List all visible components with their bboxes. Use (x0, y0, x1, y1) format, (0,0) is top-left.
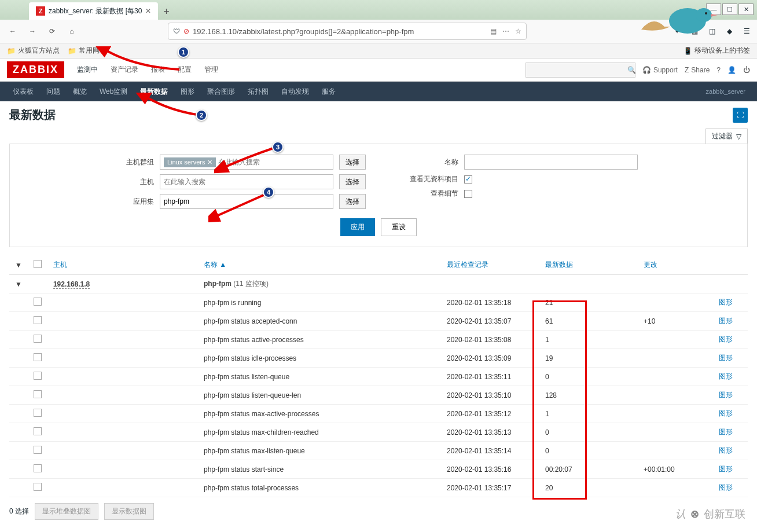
expand-row[interactable]: ▼ (9, 275, 28, 293)
browser-tab[interactable]: Z zabbix_server: 最新数据 [每30 ✕ (29, 2, 158, 20)
subnav-services[interactable]: 服务 (316, 82, 341, 101)
row-checkbox[interactable] (34, 464, 42, 472)
row-checkbox[interactable] (34, 316, 42, 324)
row-checkbox[interactable] (34, 446, 42, 454)
mobile-bookmarks[interactable]: 📱移动设备上的书签 (683, 46, 750, 56)
subnav-overview[interactable]: 概览 (67, 82, 93, 101)
graph-link[interactable]: 图形 (719, 465, 733, 473)
app-input[interactable] (160, 194, 333, 209)
col-name[interactable]: 名称 ▲ (198, 255, 441, 275)
ext-puzzle-icon[interactable]: ✦ (671, 25, 683, 37)
subnav-maps[interactable]: 拓扑图 (242, 82, 274, 101)
power-icon[interactable]: ⏻ (743, 66, 750, 74)
select-app-button[interactable]: 选择 (339, 194, 366, 209)
user-icon[interactable]: 👤 (727, 66, 736, 74)
nav-inventory[interactable]: 资产记录 (105, 60, 144, 79)
col-lastcheck[interactable]: 最近检查记录 (441, 255, 539, 275)
subnav-latest[interactable]: 最新数据 (134, 82, 174, 101)
row-checkbox[interactable] (34, 335, 42, 343)
app-field[interactable] (164, 197, 329, 206)
graph-link[interactable]: 图形 (719, 317, 733, 325)
remove-icon[interactable]: ✕ (207, 159, 212, 166)
minimize-button[interactable]: — (706, 3, 721, 15)
col-lastdata[interactable]: 最新数据 (539, 255, 638, 275)
host-link[interactable]: 192.168.1.8 (53, 280, 90, 289)
show-empty-checkbox[interactable] (464, 175, 472, 184)
nav-config[interactable]: 配置 (172, 60, 197, 79)
graph-link[interactable]: 图形 (719, 446, 733, 454)
select-host-button[interactable]: 选择 (339, 174, 366, 189)
search-icon[interactable]: 🔍 (627, 66, 636, 74)
host-field[interactable] (164, 178, 329, 186)
row-checkbox[interactable] (34, 409, 42, 417)
filter-icon: ▽ (736, 133, 741, 141)
select-all-checkbox[interactable] (34, 260, 42, 268)
apply-button[interactable]: 应用 (340, 218, 375, 236)
graph-link[interactable]: 图形 (719, 391, 733, 399)
graph-link[interactable]: 图形 (719, 335, 733, 343)
help-icon[interactable]: ? (716, 66, 721, 74)
host-input[interactable] (160, 174, 333, 189)
nav-monitoring[interactable]: 监测中 (71, 60, 104, 79)
row-checkbox[interactable] (34, 427, 42, 435)
row-checkbox[interactable] (34, 372, 42, 380)
url-input[interactable]: 🛡 ⊘ 192.168.1.10/zabbix/latest.php?group… (168, 23, 527, 40)
more-icon[interactable]: ⋯ (502, 27, 509, 35)
hostgroup-token[interactable]: Linux servers✕ (164, 157, 216, 167)
graph-link[interactable]: 图形 (719, 372, 733, 380)
bookmark-item[interactable]: 📁火狐官方站点 (7, 46, 60, 56)
hostgroup-input[interactable]: Linux servers✕ (160, 155, 333, 170)
zabbix-logo[interactable]: ZABBIX (7, 61, 64, 78)
subnav-screens[interactable]: 聚合图形 (201, 82, 241, 101)
row-checkbox[interactable] (34, 353, 42, 361)
header-search[interactable]: 🔍 (526, 63, 635, 78)
fullscreen-button[interactable]: ⛶ (733, 108, 748, 123)
show-details-checkbox[interactable] (464, 190, 472, 198)
filter-tab[interactable]: 过滤器 ▽ (705, 129, 748, 144)
subnav-problems[interactable]: 问题 (41, 82, 66, 101)
graph-link[interactable]: 图形 (719, 409, 733, 417)
maximize-button[interactable]: ☐ (722, 3, 737, 15)
forward-button[interactable]: → (24, 23, 41, 39)
ext-pocket-icon[interactable]: ◆ (723, 25, 735, 37)
stacked-graph-button[interactable]: 显示堆叠数据图 (35, 503, 98, 520)
reload-button[interactable]: ⟳ (44, 23, 60, 39)
bookmark-item[interactable]: 📁常用网址 (68, 46, 106, 56)
nav-admin[interactable]: 管理 (199, 60, 224, 79)
graph-link[interactable]: 图形 (719, 354, 733, 362)
support-link[interactable]: 🎧Support (642, 66, 678, 74)
name-input[interactable] (464, 155, 638, 170)
subnav-graphs[interactable]: 图形 (175, 82, 200, 101)
row-checkbox[interactable] (34, 390, 42, 398)
graph-link[interactable]: 图形 (719, 428, 733, 436)
reader-icon[interactable]: ▤ (490, 27, 497, 35)
search-input[interactable] (530, 65, 627, 74)
nav-reports[interactable]: 报表 (145, 60, 171, 79)
name-field[interactable] (468, 158, 634, 166)
col-host[interactable]: 主机 (47, 255, 198, 275)
row-checkbox[interactable] (34, 298, 42, 306)
row-checkbox[interactable] (34, 483, 42, 491)
home-button[interactable]: ⌂ (64, 23, 80, 39)
ext-sidebar-icon[interactable]: ◫ (706, 25, 718, 37)
subnav-web[interactable]: Web监测 (94, 82, 133, 101)
select-hostgroup-button[interactable]: 选择 (339, 155, 366, 170)
graph-button[interactable]: 显示数据图 (104, 503, 154, 520)
expand-all-header[interactable]: ▼ (9, 255, 28, 275)
subnav-discovery[interactable]: 自动发现 (275, 82, 315, 101)
server-name: zabbix_server (706, 88, 750, 95)
new-tab-button[interactable]: + (158, 3, 174, 20)
ext-menu-icon[interactable]: ☰ (741, 25, 752, 37)
col-change[interactable]: 更改 (638, 255, 713, 275)
close-window-button[interactable]: ✕ (738, 3, 754, 15)
reset-button[interactable]: 重设 (381, 218, 417, 236)
hostgroup-field[interactable] (218, 158, 329, 166)
close-icon[interactable]: ✕ (145, 7, 151, 15)
bookmark-icon[interactable]: ☆ (515, 27, 521, 35)
graph-link[interactable]: 图形 (719, 298, 733, 306)
subnav-dashboard[interactable]: 仪表板 (7, 82, 39, 101)
share-link[interactable]: ZShare (685, 66, 710, 74)
graph-link[interactable]: 图形 (719, 483, 733, 491)
ext-library-icon[interactable]: ▥ (689, 25, 700, 37)
back-button[interactable]: ← (5, 23, 21, 39)
